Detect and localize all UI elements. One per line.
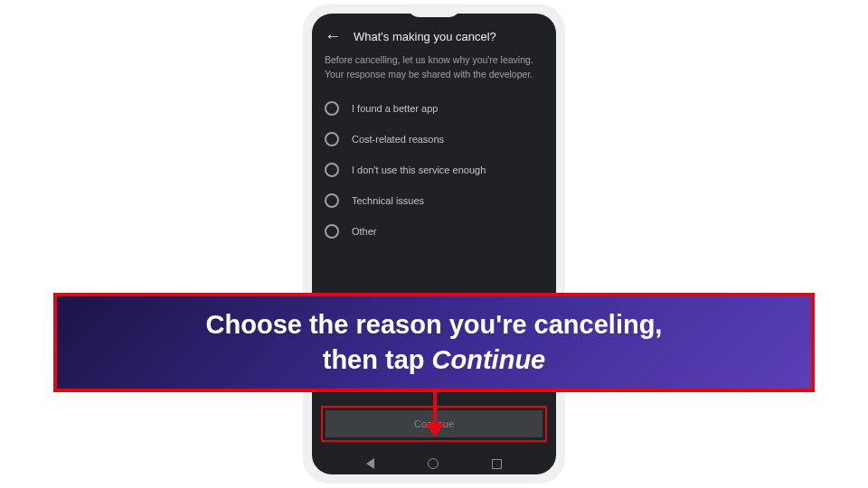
option-label: Other <box>352 226 377 237</box>
radio-icon <box>325 163 339 177</box>
callout-line2-em: Continue <box>432 345 546 374</box>
callout-line1: Choose the reason you're canceling, <box>206 310 663 339</box>
option-label: Cost-related reasons <box>352 134 444 145</box>
nav-back-icon[interactable] <box>366 458 374 469</box>
option-row[interactable]: Technical issues <box>325 185 543 216</box>
option-row[interactable]: I don't use this service enough <box>325 155 543 185</box>
option-row[interactable]: Other <box>325 216 543 247</box>
description-text: Before cancelling, let us know why you'r… <box>312 53 556 93</box>
nav-home-icon[interactable] <box>428 458 439 469</box>
page-title: What's making you cancel? <box>354 30 496 43</box>
radio-icon <box>325 132 339 146</box>
header: ← What's making you cancel? <box>312 14 556 53</box>
phone-notch <box>407 5 461 17</box>
callout-line2-prefix: then tap <box>323 345 432 374</box>
options-list: I found a better app Cost-related reason… <box>312 93 556 247</box>
radio-icon <box>325 101 339 116</box>
radio-icon <box>325 193 339 208</box>
option-row[interactable]: I found a better app <box>325 93 543 124</box>
option-label: I don't use this service enough <box>352 164 486 175</box>
option-label: Technical issues <box>352 195 424 206</box>
instruction-callout: Choose the reason you're canceling, then… <box>53 293 815 392</box>
option-label: I found a better app <box>352 103 438 114</box>
radio-icon <box>325 224 339 239</box>
annotation-arrow-icon <box>429 392 440 437</box>
option-row[interactable]: Cost-related reasons <box>325 124 543 155</box>
back-arrow-icon[interactable]: ← <box>325 28 341 44</box>
nav-recent-icon[interactable] <box>492 459 502 469</box>
system-navbar <box>312 451 556 474</box>
